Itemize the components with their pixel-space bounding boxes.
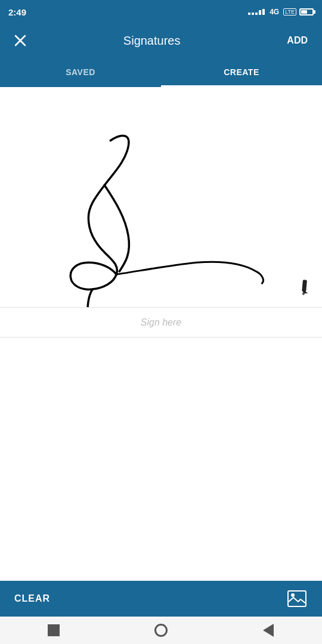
- home-icon: [154, 624, 168, 637]
- nav-back-button[interactable]: [253, 617, 283, 644]
- svg-point-6: [291, 593, 295, 597]
- signal-icon: [248, 9, 265, 15]
- empty-canvas-area[interactable]: [0, 338, 322, 581]
- signature-canvas[interactable]: [0, 87, 322, 308]
- back-icon: [263, 624, 274, 637]
- page-title: Signatures: [21, 34, 282, 48]
- status-time: 2:49: [8, 7, 26, 17]
- main-content: Sign here: [0, 87, 322, 581]
- bottom-action-bar: CLEAR: [0, 581, 322, 617]
- svg-rect-2: [302, 280, 307, 292]
- clear-button[interactable]: CLEAR: [14, 593, 50, 604]
- nav-bar: [0, 617, 322, 644]
- tab-bar: SAVED CREATE: [0, 57, 322, 87]
- nav-home-button[interactable]: [146, 617, 176, 644]
- lte-label: LTE: [283, 8, 296, 16]
- status-bar: 2:49 4G LTE: [0, 0, 322, 24]
- network-label: 4G: [270, 8, 279, 16]
- sign-here-area[interactable]: Sign here: [0, 308, 322, 338]
- tab-create[interactable]: CREATE: [161, 57, 322, 87]
- image-picker-button[interactable]: [286, 588, 308, 609]
- add-button[interactable]: ADD: [282, 33, 312, 48]
- app-bar: Signatures ADD: [0, 24, 322, 57]
- tab-saved[interactable]: SAVED: [0, 57, 161, 87]
- nav-stop-button[interactable]: [39, 617, 69, 644]
- sign-here-placeholder: Sign here: [141, 317, 182, 328]
- battery-icon: [299, 8, 314, 16]
- battery-fill: [301, 10, 307, 14]
- signature-drawing: [0, 87, 322, 307]
- svg-rect-5: [288, 591, 306, 606]
- tab-create-label: CREATE: [224, 67, 259, 77]
- stop-icon: [48, 624, 60, 636]
- tab-saved-label: SAVED: [66, 67, 95, 77]
- status-icons: 4G LTE: [248, 8, 314, 16]
